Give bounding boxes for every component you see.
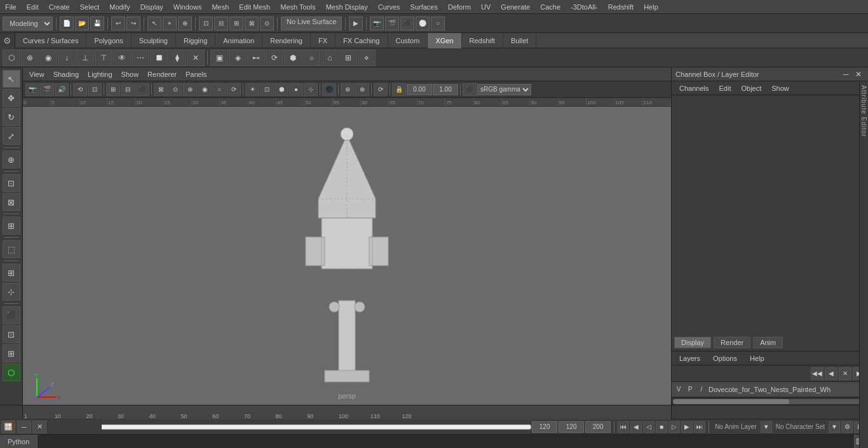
xgen-btn19[interactable]: ⊞ xyxy=(339,50,357,66)
cam1-btn[interactable]: 📷 xyxy=(370,17,384,31)
menu-uv[interactable]: UV xyxy=(476,2,496,12)
mini-window-icon[interactable]: 🪟 xyxy=(1,421,15,433)
light-btn[interactable]: ⊡ xyxy=(3,325,20,343)
vp-xray1-btn[interactable]: ⊛ xyxy=(341,83,355,96)
xgen-btn7[interactable]: 👁 xyxy=(113,50,131,66)
menu-create[interactable]: Create xyxy=(44,2,75,12)
xgen-btn4[interactable]: ↓ xyxy=(58,50,76,66)
menu-surfaces[interactable]: Surfaces xyxy=(405,2,443,12)
play-prev-frame-btn[interactable]: ◀ xyxy=(630,421,642,433)
tab-redshift[interactable]: Redshift xyxy=(462,33,503,48)
redo-btn[interactable]: ↪ xyxy=(126,17,140,31)
render-tab[interactable]: Render xyxy=(714,337,750,348)
vp-shading3-btn[interactable]: ⊕ xyxy=(183,83,197,96)
tab-sculpting[interactable]: Sculpting xyxy=(132,33,176,48)
vp-grid1-btn[interactable]: ⊞ xyxy=(106,83,120,96)
menu-edit[interactable]: Edit xyxy=(22,2,44,12)
layers-opt[interactable]: Layers xyxy=(674,353,705,363)
vp-shadows-btn[interactable]: 🌑 xyxy=(322,83,336,96)
menu-3dtool[interactable]: -3DtoAll- xyxy=(566,2,603,12)
lasso-tool-btn[interactable]: ⌖ xyxy=(163,17,177,31)
scroll-handle[interactable] xyxy=(673,399,789,404)
panel-close-btn[interactable]: ✕ xyxy=(853,69,864,80)
menu-cache[interactable]: Cache xyxy=(535,2,566,12)
cam2-btn[interactable]: 🎬 xyxy=(385,17,399,31)
tab-animation[interactable]: Animation xyxy=(215,33,262,48)
attribute-editor-strip[interactable]: Attribute Editor xyxy=(859,83,868,448)
viewport-canvas[interactable]: persp X Y Z xyxy=(23,107,671,405)
vp-lighting1-btn[interactable]: ☀ xyxy=(245,83,259,96)
vp-near-clip-field[interactable] xyxy=(407,84,432,95)
grid-btn[interactable]: ⊞ xyxy=(3,264,20,282)
vp-lighting3-btn[interactable]: ⬢ xyxy=(275,83,288,96)
viewport-menu-view[interactable]: View xyxy=(25,69,48,79)
xgen-btn18[interactable]: ⌂ xyxy=(321,50,339,66)
render1-btn[interactable]: ▶ xyxy=(349,17,363,31)
xgen-btn11[interactable]: ✕ xyxy=(187,50,205,66)
vp-grid3-btn[interactable]: ⬛ xyxy=(135,83,149,96)
python-input[interactable] xyxy=(37,435,854,449)
vp-sel2-btn[interactable]: ⊡ xyxy=(88,83,102,96)
vp-lighting2-btn[interactable]: ⊡ xyxy=(260,83,274,96)
transform-btn[interactable]: ✥ xyxy=(3,89,20,107)
tab-bullet[interactable]: Bullet xyxy=(503,33,537,48)
xgen-btn10[interactable]: ⧫ xyxy=(168,50,186,66)
vp-grid2-btn[interactable]: ⊟ xyxy=(121,83,135,96)
timeline-ruler[interactable]: 1 10 20 30 40 50 60 70 80 90 100 110 120 xyxy=(23,405,671,419)
cam4-btn[interactable]: ⚪ xyxy=(416,17,430,31)
sculpt-btn[interactable]: ⊹ xyxy=(3,283,20,301)
panel-minimize-btn[interactable]: ─ xyxy=(840,69,851,80)
xgen-btn5[interactable]: ⊥ xyxy=(76,50,94,66)
layer-scrollbar[interactable] xyxy=(672,397,868,405)
tab-xgen[interactable]: XGen xyxy=(428,33,461,48)
menu-redshift[interactable]: Redshift xyxy=(603,2,639,12)
snap1-btn[interactable]: ⊡ xyxy=(199,17,213,31)
tab-settings-icon[interactable]: ⚙ xyxy=(0,33,15,48)
play-next-frame-btn[interactable]: ▶ xyxy=(681,421,693,433)
channels-tab[interactable]: Channels xyxy=(674,83,714,93)
vp-cam-btn[interactable]: 📷 xyxy=(25,83,39,96)
xgen-btn13[interactable]: ◈ xyxy=(229,50,247,66)
viewport-menu-panels[interactable]: Panels xyxy=(182,69,211,79)
show-manip-btn[interactable]: ⊞ xyxy=(3,217,20,234)
snap-mode-btn[interactable]: ⊡ xyxy=(3,174,20,192)
snap4-btn[interactable]: ⊠ xyxy=(245,17,259,31)
xgen-btn9[interactable]: 🔲 xyxy=(150,50,168,66)
menu-windows[interactable]: Windows xyxy=(168,2,207,12)
menu-edit-mesh[interactable]: Edit Mesh xyxy=(234,2,275,12)
range-end-field[interactable] xyxy=(559,421,584,433)
xgen-btn12[interactable]: ▣ xyxy=(210,50,228,66)
open-file-btn[interactable]: 📂 xyxy=(75,17,89,31)
tab-fx[interactable]: FX xyxy=(311,33,336,48)
vp-xray2-btn[interactable]: ⊗ xyxy=(355,83,369,96)
layer-prev-btn[interactable]: ◀ xyxy=(825,367,837,380)
vp-cam-lock-btn[interactable]: 🔒 xyxy=(392,83,406,96)
menu-help[interactable]: Help xyxy=(639,2,663,12)
tab-custom[interactable]: Custom xyxy=(388,33,428,48)
xgen-btn1[interactable]: ⬡ xyxy=(3,50,20,66)
anim-tab[interactable]: Anim xyxy=(753,337,783,348)
rotate-btn[interactable]: ↻ xyxy=(3,108,20,126)
universal-manip-btn[interactable]: ⊕ xyxy=(3,151,20,168)
char-set-dropdown-btn[interactable]: ▼ xyxy=(829,421,840,433)
viewport-menu-renderer[interactable]: Renderer xyxy=(144,69,180,79)
xgen-btn3[interactable]: ◉ xyxy=(39,50,57,66)
menu-mesh-tools[interactable]: Mesh Tools xyxy=(275,2,320,12)
cam3-btn[interactable]: ⬛ xyxy=(400,17,414,31)
layer-prev-prev-btn[interactable]: ◀◀ xyxy=(811,367,824,380)
vp-far-clip-field[interactable] xyxy=(433,84,458,95)
mini-window-minimize-btn[interactable]: ─ xyxy=(17,421,31,433)
xgen-btn16[interactable]: ⬢ xyxy=(284,50,302,66)
playback-slider[interactable] xyxy=(43,423,532,431)
play-next-key-btn[interactable]: ⏭ xyxy=(694,421,705,433)
play-fwd-btn[interactable]: ▷ xyxy=(668,421,680,433)
vp-shading5-btn[interactable]: ○ xyxy=(212,83,226,96)
extra-btn[interactable]: ⊞ xyxy=(3,344,20,362)
python-tab[interactable]: Python xyxy=(0,435,37,449)
vp-shading4-btn[interactable]: ◉ xyxy=(198,83,212,96)
vp-film-btn[interactable]: 🎬 xyxy=(40,83,54,96)
camera-btn[interactable]: ⬛ xyxy=(3,306,20,324)
play-stop-btn[interactable]: ■ xyxy=(656,421,667,433)
object-tab[interactable]: Object xyxy=(736,83,766,93)
save-file-btn[interactable]: 💾 xyxy=(90,17,104,31)
